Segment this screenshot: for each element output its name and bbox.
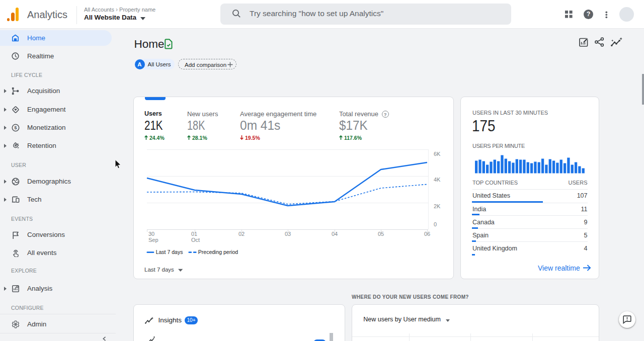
svg-text:05: 05 [378,231,384,237]
svg-text:Sep: Sep [148,237,158,243]
svg-text:6K: 6K [434,151,441,157]
svg-text:4K: 4K [434,177,441,183]
svg-text:01: 01 [191,231,197,237]
svg-text:03: 03 [285,231,291,237]
svg-text:Last 7 days: Last 7 days [144,267,174,273]
svg-text:Preceding period: Preceding period [198,249,238,255]
svg-text:02: 02 [238,231,245,237]
svg-text:Last 7 days: Last 7 days [156,249,183,255]
svg-text:06: 06 [424,231,430,237]
svg-text:0: 0 [434,221,437,227]
svg-text:2K: 2K [434,203,441,209]
svg-text:Oct: Oct [191,237,200,243]
svg-text:04: 04 [332,231,338,237]
svg-text:30: 30 [148,231,154,237]
svg-text:$: $ [14,125,17,130]
